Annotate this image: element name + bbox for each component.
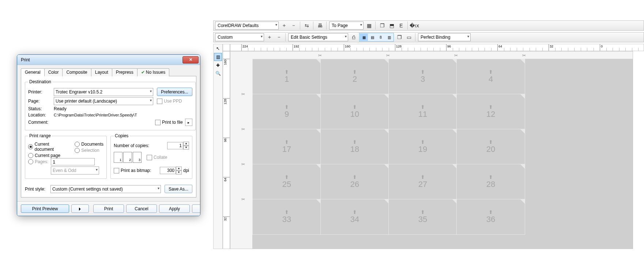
imposition-tile[interactable]: ⬆20 xyxy=(456,129,525,165)
options-icon[interactable]: ⇆ xyxy=(303,22,311,30)
quick-preview-button[interactable]: ⏵ xyxy=(71,204,89,213)
pages-icon[interactable]: ⎙ xyxy=(350,33,358,41)
cell-more[interactable]: ▥ xyxy=(385,34,393,41)
scissor-icon: ✂ xyxy=(241,127,245,132)
clone-icon[interactable]: ❐ xyxy=(395,33,403,41)
cell-across[interactable]: ▤ xyxy=(368,34,376,41)
cell-down[interactable]: 8 xyxy=(377,34,385,41)
num-copies-input[interactable] xyxy=(167,142,183,149)
imposition-tool-icon[interactable]: ▥ xyxy=(214,53,222,61)
imposition-tile[interactable]: ⬆36 xyxy=(456,199,525,235)
radio-current-page[interactable]: Current page xyxy=(28,153,68,158)
status-label: Status: xyxy=(28,106,54,111)
layout-select[interactable]: Custom xyxy=(215,33,264,41)
print-style-select[interactable]: Custom (Current settings not saved) xyxy=(50,185,161,193)
print-preview-button[interactable]: Print Preview xyxy=(21,204,69,213)
imposition-tile[interactable]: ⬆10 xyxy=(320,94,389,130)
radio-current-document[interactable]: Current document xyxy=(28,142,68,152)
fold-icon xyxy=(520,129,525,134)
collate-checkbox: Collate xyxy=(147,155,167,160)
close-preview-icon[interactable]: �ıⅹ xyxy=(410,22,418,30)
apply-button[interactable]: Apply xyxy=(159,204,190,213)
tile-number: 19 xyxy=(418,145,427,154)
pages-input[interactable] xyxy=(51,158,95,165)
imposition-tile[interactable]: ⬆28 xyxy=(456,164,525,200)
imposition-tile[interactable]: ⬆12 xyxy=(456,94,525,130)
spin-down[interactable]: ▼ xyxy=(183,146,189,150)
tab-composite[interactable]: Composite xyxy=(62,68,91,76)
tab-no-issues[interactable]: ✔No Issues xyxy=(137,68,169,76)
imposition-tile[interactable]: ⬆4 xyxy=(456,59,525,95)
arrow-up-icon: ⬆ xyxy=(421,175,425,180)
print-icon[interactable]: 🖶 xyxy=(316,22,324,30)
imposition-tile[interactable]: ⬆27 xyxy=(388,164,457,200)
num-copies-spinner[interactable]: ▲▼ xyxy=(167,142,189,150)
binding-select[interactable]: Perfect Binding xyxy=(418,33,471,41)
radio-documents[interactable]: Documents xyxy=(75,142,103,147)
mirror-icon[interactable]: ⬒ xyxy=(388,22,396,30)
pick-tool-icon[interactable]: ↖ xyxy=(214,45,222,52)
print-to-file-browse[interactable]: ▸ xyxy=(185,119,192,126)
tab-general[interactable]: General xyxy=(21,68,45,76)
print-button[interactable]: Print xyxy=(93,204,124,213)
print-range-group: Print range Current document Current pag… xyxy=(25,133,107,179)
cell-layout-icon[interactable]: ▦ xyxy=(360,34,368,41)
close-button[interactable]: ✕ xyxy=(182,56,199,64)
marks-tool-icon[interactable]: ✚ xyxy=(214,62,222,69)
imposition-tile[interactable]: ⬆1 xyxy=(252,59,321,95)
single-double-icon[interactable]: ▭ xyxy=(405,33,413,41)
tab-layout[interactable]: Layout xyxy=(91,68,112,76)
imposition-tile[interactable]: ⬆19 xyxy=(388,129,457,165)
canvas[interactable]: ⬆1⬆2⬆3⬆4⬆9⬆10⬆11⬆12⬆17⬆18⬆19⬆20⬆25⬆26⬆27… xyxy=(230,51,633,249)
dpi-input[interactable] xyxy=(160,167,176,174)
remove-preset-icon[interactable]: － xyxy=(290,22,298,30)
invert-icon[interactable]: E xyxy=(397,22,405,30)
imposition-tile[interactable]: ⬆9 xyxy=(252,94,321,130)
imposition-tile[interactable]: ⬆33 xyxy=(252,199,321,235)
full-screen-icon[interactable]: ▦ xyxy=(365,22,373,30)
scissor-icon: ✂ xyxy=(454,53,458,58)
tile-number: 9 xyxy=(285,110,289,119)
titlebar: Print ✕ xyxy=(17,55,200,65)
dpi-up[interactable]: ▲ xyxy=(176,166,182,170)
spin-up[interactable]: ▲ xyxy=(183,142,189,146)
tab-prepress[interactable]: Prepress xyxy=(112,68,138,76)
ruler-tick: 128 xyxy=(223,98,230,99)
printer-select[interactable]: Trotec Engraver v10.5.2 xyxy=(54,88,153,96)
even-odd-select[interactable]: Even & Odd xyxy=(51,166,99,175)
remove-layout-icon[interactable]: － xyxy=(275,33,283,41)
imposition-tile[interactable]: ⬆26 xyxy=(320,164,389,200)
imposition-tile[interactable]: ⬆25 xyxy=(252,164,321,200)
imposition-tile[interactable]: ⬆35 xyxy=(388,199,457,235)
imposition-tile[interactable]: ⬆2 xyxy=(320,59,389,95)
tabs: General Color Composite Layout Prepress … xyxy=(21,68,196,76)
preferences-button[interactable]: Preferences... xyxy=(157,88,192,96)
copy-icon[interactable]: ❐ xyxy=(378,22,386,30)
print-bitmap-checkbox[interactable]: Print as bitmap: xyxy=(114,168,151,173)
dpi-down[interactable]: ▼ xyxy=(176,170,182,175)
scissor-icon: ✂ xyxy=(241,197,245,202)
print-to-file-checkbox[interactable]: Print to file xyxy=(155,120,183,125)
edit-basic-select[interactable]: Edit Basic Settings xyxy=(288,33,348,41)
add-preset-icon[interactable]: ＋ xyxy=(280,22,288,30)
imposition-tile[interactable]: ⬆11 xyxy=(388,94,457,130)
imposition-cells[interactable]: ▦ ▤ 8 ▥ xyxy=(359,33,394,42)
zoom-tool-icon[interactable]: 🔍 xyxy=(214,70,222,77)
tab-color[interactable]: Color xyxy=(44,68,63,76)
cancel-button[interactable]: Cancel xyxy=(126,204,157,213)
preset-select[interactable]: CorelDRAW Defaults xyxy=(215,22,279,30)
save-as-button[interactable]: Save As... xyxy=(165,185,192,193)
imposition-tile[interactable]: ⬆3 xyxy=(388,59,457,95)
tile-number: 20 xyxy=(486,145,495,154)
add-layout-icon[interactable]: ＋ xyxy=(265,33,274,41)
dpi-spinner[interactable]: ▲▼ xyxy=(160,166,182,175)
help-button[interactable]: Help xyxy=(192,204,200,213)
ruler-tick: 64 xyxy=(223,177,230,177)
arrow-up-icon: ⬆ xyxy=(489,175,493,180)
fit-select[interactable]: To Page xyxy=(329,22,364,30)
imposition-tile[interactable]: ⬆18 xyxy=(320,129,389,165)
imposition-tile[interactable]: ⬆17 xyxy=(252,129,321,165)
page-select[interactable]: Use printer default (Landscape) xyxy=(54,97,153,105)
num-copies-label: Number of copies: xyxy=(114,143,167,148)
imposition-tile[interactable]: ⬆34 xyxy=(320,199,389,235)
